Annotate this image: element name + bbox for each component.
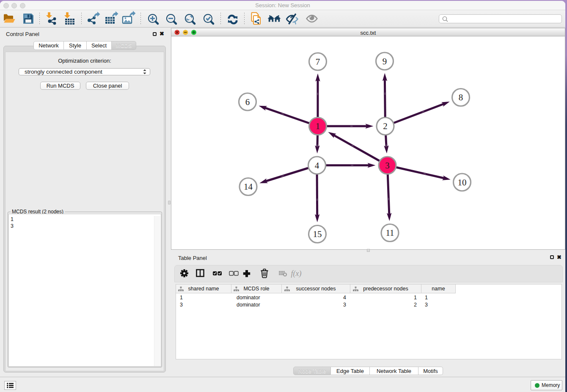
svg-text:15: 15: [313, 229, 322, 239]
svg-text:1: 1: [316, 121, 320, 131]
svg-text:2: 2: [383, 121, 388, 131]
svg-text:10: 10: [458, 177, 467, 187]
svg-text:7: 7: [316, 56, 320, 66]
svg-text:4: 4: [315, 160, 319, 170]
svg-text:8: 8: [459, 92, 463, 102]
svg-text:6: 6: [245, 97, 250, 107]
svg-text:14: 14: [244, 182, 253, 192]
svg-text:9: 9: [383, 56, 387, 66]
svg-text:f(x): f(x): [291, 269, 302, 278]
svg-text:3: 3: [385, 160, 390, 170]
svg-text:11: 11: [385, 228, 394, 238]
